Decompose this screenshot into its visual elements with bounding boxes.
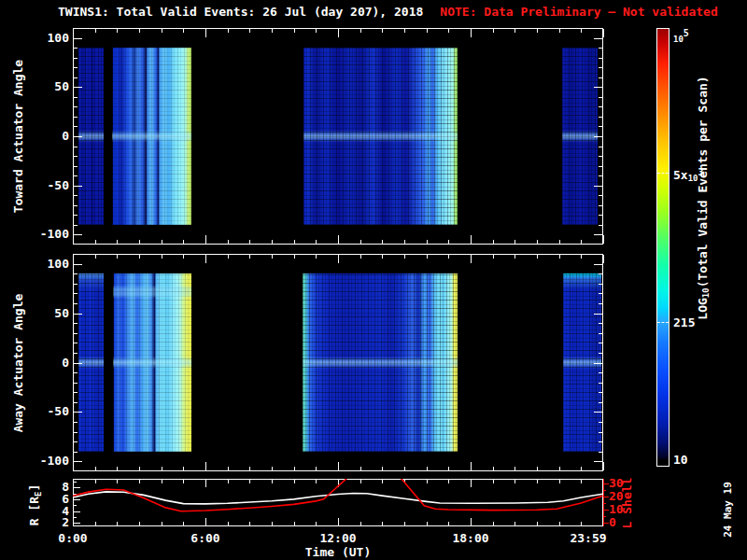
x-tick-label: 6:00 bbox=[177, 531, 233, 546]
x-tick-label: 12:00 bbox=[310, 531, 366, 546]
angle-tick-label-away: -100 bbox=[30, 454, 69, 469]
tick-labels: 100500-50-100100500-50-100864230201000:0… bbox=[0, 0, 747, 560]
x-tick-label: 18:00 bbox=[443, 531, 499, 546]
angle-tick-label-away: 100 bbox=[30, 257, 69, 272]
away-axis-label: Away Actuator Angle bbox=[11, 294, 25, 433]
angle-tick-label-away: 0 bbox=[30, 356, 69, 371]
creation-date-watermark: 24 May 19 bbox=[722, 482, 734, 538]
r-axis-label: R [RE] bbox=[27, 484, 43, 526]
twins-spectrogram-plot: TWINS1: Total Valid Events: 26 Jul (day … bbox=[0, 0, 747, 560]
angle-tick-label-toward: -100 bbox=[30, 227, 69, 242]
angle-tick-label-toward: 50 bbox=[30, 79, 69, 94]
angle-tick-label-away: 50 bbox=[30, 306, 69, 321]
r-tick-label: 2 bbox=[45, 515, 69, 530]
angle-tick-label-away: -50 bbox=[30, 404, 69, 419]
colorbar-title: LOG10(Total Valid Events per Scan) bbox=[696, 76, 711, 319]
x-tick-label: 0:00 bbox=[45, 531, 101, 546]
x-tick-label: 23:59 bbox=[560, 531, 616, 546]
angle-tick-label-toward: -50 bbox=[30, 178, 69, 193]
toward-axis-label: Toward Actuator Angle bbox=[11, 60, 25, 213]
time-axis-label: Time (UT) bbox=[282, 545, 394, 559]
lshell-axis-label: L Shell bbox=[620, 478, 634, 529]
angle-tick-label-toward: 0 bbox=[30, 129, 69, 144]
angle-tick-label-toward: 100 bbox=[30, 31, 69, 46]
